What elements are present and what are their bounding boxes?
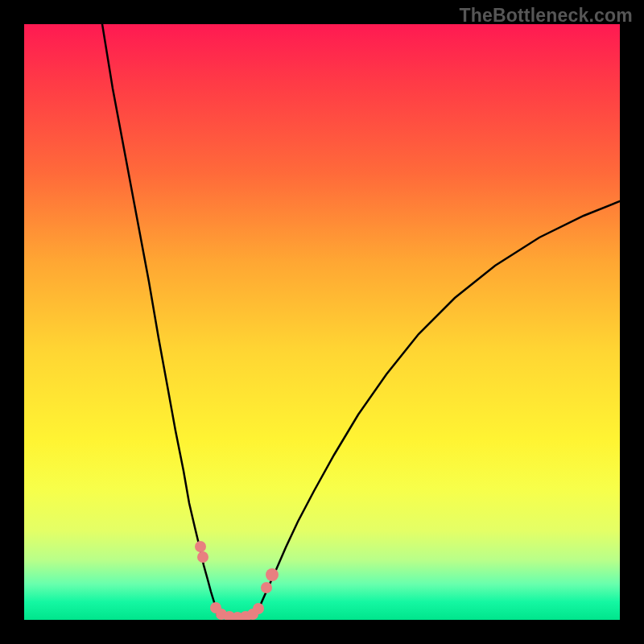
curve-right-branch <box>256 201 620 616</box>
chart-plot-area <box>24 24 620 620</box>
right-upper-dot2 <box>261 582 272 593</box>
chart-svg <box>24 24 620 620</box>
left-upper-dot2 <box>197 551 208 563</box>
right-upper-dot <box>266 568 279 581</box>
curve-left-branch <box>102 24 217 616</box>
watermark-text: TheBottleneck.com <box>459 5 633 27</box>
bottleneck-curve <box>102 24 620 616</box>
right-lower-dot <box>253 603 264 614</box>
left-upper-dot <box>195 541 206 552</box>
chart-frame: TheBottleneck.com <box>0 0 644 644</box>
